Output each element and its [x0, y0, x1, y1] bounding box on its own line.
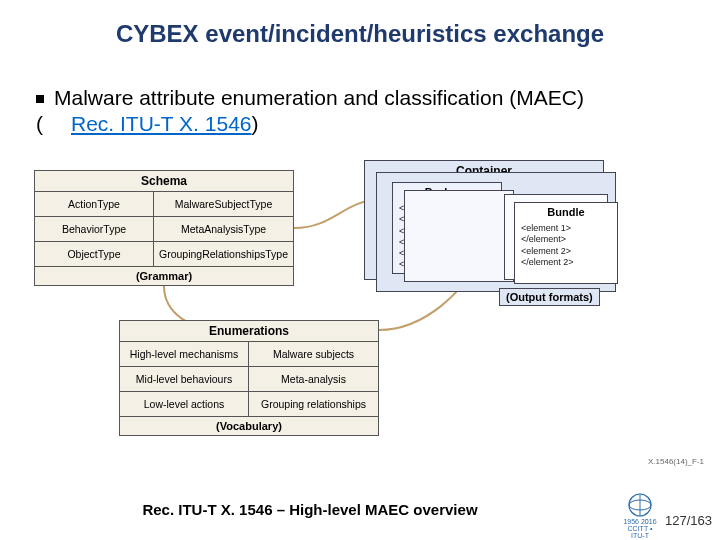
schema-cell: GroupingRelationshipsType [154, 242, 293, 266]
schema-cell: ActionType [35, 192, 154, 217]
caption: Rec. ITU-T X. 1546 – High-level MAEC ove… [0, 501, 620, 518]
rec-link[interactable]: Rec. ITU-T X. 1546 [71, 112, 252, 135]
slide-title: CYBEX event/incident/heuristics exchange [0, 20, 720, 48]
enums-cell: Malware subjects [249, 342, 378, 367]
container-stack: Container Package <element A> </element>… [364, 160, 624, 300]
schema-cell: MalwareSubjectType [154, 192, 293, 217]
schema-cell: ObjectType [35, 242, 154, 266]
schema-label: (Grammar) [35, 266, 293, 285]
output-formats-label: (Output formats) [499, 288, 600, 306]
enums-cell: Grouping relationships [249, 392, 378, 416]
schema-title: Schema [35, 171, 293, 192]
enums-label: (Vocabulary) [120, 416, 378, 435]
bullet-text: Malware attribute enumeration and classi… [54, 86, 584, 109]
figure-reference: X.1546(14)_F-1 [648, 457, 704, 466]
schema-box: Schema ActionType MalwareSubjectType Beh… [34, 170, 294, 286]
bullet-item: Malware attribute enumeration and classi… [36, 85, 656, 138]
bundle-title: Bundle [515, 203, 617, 221]
schema-cell: BehaviorType [35, 217, 154, 242]
itu-logo: 1956 2016 CCITT • ITU-T [620, 492, 660, 532]
enums-cell: Low-level actions [120, 392, 249, 416]
schema-cell: MetaAnalysisType [154, 217, 293, 242]
enums-box: Enumerations High-level mechanisms Malwa… [119, 320, 379, 436]
diagram: Schema ActionType MalwareSubjectType Beh… [34, 170, 634, 450]
enums-title: Enumerations [120, 321, 378, 342]
enums-cell: Mid-level behaviours [120, 367, 249, 392]
enums-cell: Meta-analysis [249, 367, 378, 392]
page-number: 127/163 [665, 513, 712, 528]
bullet-icon [36, 95, 44, 103]
bundle-lines: <element 1> </element> <element 2> </ele… [515, 221, 617, 270]
enums-cell: High-level mechanisms [120, 342, 249, 367]
